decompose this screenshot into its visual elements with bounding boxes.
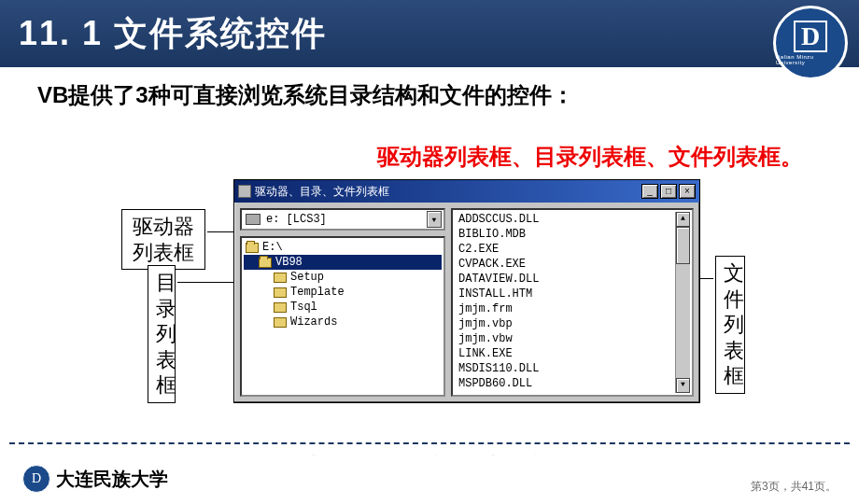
dir-item[interactable]: Setup <box>244 270 442 285</box>
drive-list-box[interactable]: e: [LCS3] ▼ <box>240 208 445 231</box>
dir-item[interactable]: Wizards <box>244 315 442 329</box>
content-area: VB提供了3种可直接浏览系统目录结构和文件的控件： 驱动器列表框、目录列表框、文… <box>0 67 859 441</box>
logo-ring-text: Dalian Minzu University <box>776 54 845 65</box>
drive-icon <box>246 214 261 225</box>
file-item[interactable]: DATAVIEW.DLL <box>455 272 675 287</box>
slide-title: 11. 1 文件系统控件 <box>19 11 327 57</box>
file-item[interactable]: LINK.EXE <box>455 346 675 361</box>
folder-open-icon <box>259 258 272 268</box>
file-item[interactable]: jmjm.vbw <box>455 331 675 346</box>
intro-text: VB提供了3种可直接浏览系统目录结构和文件的控件： <box>37 80 822 110</box>
file-list-box[interactable]: ADDSCCUS.DLLBIBLIO.MDBC2.EXECVPACK.EXEDA… <box>451 208 694 397</box>
chevron-down-icon[interactable]: ▼ <box>427 211 442 228</box>
folder-icon <box>274 317 287 328</box>
footer: D 大连民族大学 第3页，共41页。 <box>0 455 859 504</box>
control-types-text: 驱动器列表框、目录列表框、文件列表框。 <box>37 142 822 172</box>
scroll-up-button[interactable]: ▲ <box>676 212 690 227</box>
label-drive-listbox: 驱动器列表框 <box>121 209 205 270</box>
divider-line <box>9 442 850 444</box>
dir-item-root[interactable]: E:\ <box>244 240 442 255</box>
label-dir-listbox: 目录列表框 <box>148 265 176 403</box>
page-number: 第3页，共41页。 <box>751 479 837 495</box>
file-item[interactable]: jmjm.vbp <box>455 316 675 331</box>
close-button[interactable]: × <box>679 184 696 199</box>
footer-university-name: 大连民族大学 <box>56 467 168 492</box>
slide-title-bar: 11. 1 文件系统控件 <box>0 0 859 67</box>
scrollbar[interactable]: ▲ ▼ <box>675 212 690 393</box>
folder-icon <box>274 273 287 283</box>
university-logo: D Dalian Minzu University <box>773 6 848 80</box>
file-item[interactable]: jmjm.frm <box>455 301 675 316</box>
maximize-button[interactable]: □ <box>660 184 677 199</box>
scroll-down-button[interactable]: ▼ <box>676 378 690 393</box>
scroll-track[interactable] <box>676 227 690 378</box>
dir-item[interactable]: Tsql <box>244 300 442 315</box>
form-icon <box>238 185 251 198</box>
folder-icon <box>274 287 287 298</box>
file-item[interactable]: C2.EXE <box>455 242 675 257</box>
folder-icon <box>274 302 287 313</box>
dir-item-selected[interactable]: VB98 <box>244 255 442 270</box>
file-item[interactable]: ADDSCCUS.DLL <box>455 212 675 227</box>
folder-open-icon <box>246 243 259 253</box>
vb-window: 驱动器、目录、文件列表框 _ □ × e: [LCS3] ▼ <box>233 179 700 403</box>
file-item[interactable]: MSSCCPRJ.SCC <box>455 391 675 393</box>
file-item[interactable]: MSDIS110.DLL <box>455 361 675 376</box>
label-file-listbox: 文件列表框 <box>715 256 745 394</box>
directory-list-box[interactable]: E:\ VB98 Setup Template <box>240 236 445 397</box>
vb-titlebar[interactable]: 驱动器、目录、文件列表框 _ □ × <box>234 180 699 203</box>
scroll-thumb[interactable] <box>676 227 690 264</box>
file-item[interactable]: MSPDB60.DLL <box>455 376 675 391</box>
minimize-button[interactable]: _ <box>641 184 658 199</box>
vb-window-title: 驱动器、目录、文件列表框 <box>255 184 641 200</box>
footer-logo-icon: D <box>22 465 50 493</box>
logo-letter: D <box>794 21 827 53</box>
file-item[interactable]: CVPACK.EXE <box>455 257 675 272</box>
vb-body: e: [LCS3] ▼ E:\ VB98 <box>234 203 699 402</box>
dir-item[interactable]: Template <box>244 285 442 300</box>
drive-text: e: [LCS3] <box>266 213 327 226</box>
diagram: 驱动器列表框 目录列表框 文件列表框 驱动器、目录、文件列表框 _ □ × e <box>47 179 812 441</box>
file-item[interactable]: INSTALL.HTM <box>455 287 675 301</box>
file-item[interactable]: BIBLIO.MDB <box>455 227 675 242</box>
